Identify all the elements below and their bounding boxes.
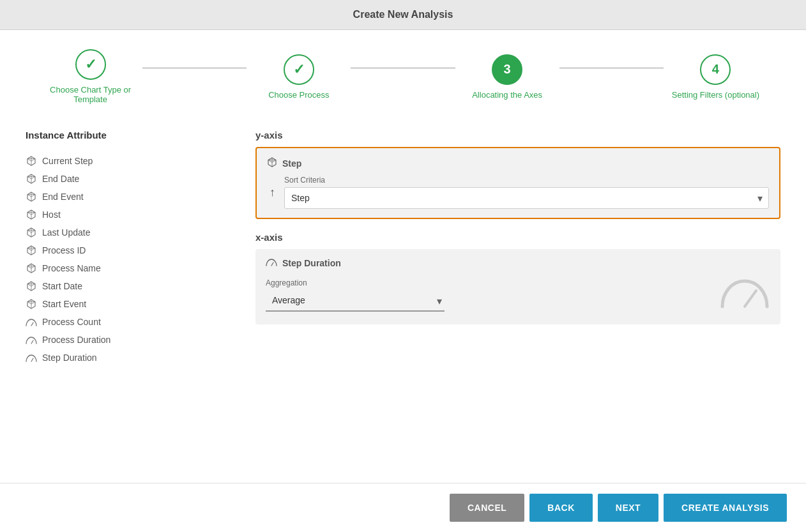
attr-current-step[interactable]: Current Step: [26, 152, 230, 170]
gauge-icon-1: [26, 316, 37, 328]
attr-process-count[interactable]: Process Count: [26, 313, 230, 331]
attr-start-event-label: Start Event: [42, 299, 86, 309]
attr-end-date[interactable]: End Date: [26, 170, 230, 188]
step-4: 4 Setting Filters (optional): [664, 54, 768, 100]
gauge-decorative-icon: [719, 275, 770, 315]
modal-title: Create New Analysis: [353, 9, 453, 20]
gauge-icon-2: [26, 334, 37, 346]
y-axis-card: Step ↑ Sort Criteria Step Name Co: [255, 147, 780, 219]
step-2-label: Choose Process: [268, 90, 329, 100]
aggregation-select[interactable]: Average Sum Min Max Count: [266, 290, 445, 312]
sort-select-wrapper: Step Name Count Duration: [284, 187, 769, 209]
attr-start-date[interactable]: Start Date: [26, 277, 230, 295]
attr-end-event[interactable]: End Event: [26, 188, 230, 206]
step-1-label: Choose Chart Type or Template: [38, 85, 142, 104]
connector-2-3: [351, 68, 455, 68]
step-2-circle: ✓: [284, 54, 314, 85]
modal-body: ✓ Choose Chart Type or Template ✓ Choose…: [0, 30, 806, 483]
sort-up-button[interactable]: ↑: [267, 183, 278, 202]
cancel-button[interactable]: CANCEL: [450, 494, 524, 522]
attr-process-duration-label: Process Duration: [42, 335, 110, 345]
attr-process-duration[interactable]: Process Duration: [26, 331, 230, 349]
agg-select-wrapper: Average Sum Min Max Count: [266, 290, 445, 312]
sort-row: ↑ Sort Criteria Step Name Count Duration: [267, 176, 769, 209]
next-button[interactable]: NEXT: [598, 494, 658, 522]
step-cube-icon: [267, 157, 277, 169]
attr-host[interactable]: Host: [26, 206, 230, 224]
connector-1-2: [142, 68, 247, 68]
cube-icon-2: [26, 173, 37, 185]
step-4-circle: 4: [700, 54, 731, 85]
cube-icon-5: [26, 227, 37, 238]
cube-icon-9: [26, 298, 37, 310]
attr-step-duration-label: Step Duration: [42, 353, 97, 363]
content-area: Instance Attribute Current Step: [0, 117, 806, 483]
x-axis-card-header: Step Duration: [266, 258, 770, 268]
x-axis-label: x-axis: [255, 232, 780, 243]
attr-process-name[interactable]: Process Name: [26, 259, 230, 277]
step-1-checkmark: ✓: [85, 56, 96, 73]
x-axis-section: x-axis Step Duration: [255, 232, 780, 324]
stepper: ✓ Choose Chart Type or Template ✓ Choose…: [0, 30, 806, 117]
attr-process-count-label: Process Count: [42, 317, 101, 327]
gauge-icon-3: [26, 352, 37, 363]
step-3: 3 Allocating the Axes: [455, 54, 559, 100]
attr-current-step-label: Current Step: [42, 156, 93, 166]
attr-start-event[interactable]: Start Event: [26, 295, 230, 313]
cube-icon-8: [26, 280, 37, 292]
step-3-label: Allocating the Axes: [472, 90, 542, 100]
y-axis-card-title: Step: [282, 158, 301, 169]
left-panel: Instance Attribute Current Step: [26, 130, 230, 470]
connector-3-4: [559, 68, 664, 68]
step-4-number: 4: [712, 62, 719, 77]
instance-attribute-title: Instance Attribute: [26, 130, 230, 141]
cube-icon-3: [26, 191, 37, 202]
step-2: ✓ Choose Process: [247, 54, 351, 100]
step-2-checkmark: ✓: [293, 61, 305, 78]
x-axis-content: Aggregation Average Sum Min Max Count: [266, 275, 770, 315]
x-axis-card: Step Duration Aggregation Average Sum Mi…: [255, 249, 780, 324]
attr-step-duration[interactable]: Step Duration: [26, 349, 230, 367]
attr-process-name-label: Process Name: [42, 263, 101, 273]
y-axis-card-header: Step: [267, 157, 769, 169]
attribute-list: Current Step End Date: [26, 152, 230, 367]
y-axis-section: y-axis Step: [255, 130, 780, 219]
attr-end-event-label: End Event: [42, 192, 84, 202]
step-3-number: 3: [504, 62, 511, 77]
right-panel: y-axis Step: [255, 130, 780, 470]
modal-footer: CANCEL BACK NEXT CREATE ANALYSIS: [0, 483, 806, 532]
attr-end-date-label: End Date: [42, 174, 79, 184]
cube-icon: [26, 155, 37, 167]
aggregation-label: Aggregation: [266, 278, 445, 287]
modal-header: Create New Analysis: [0, 0, 806, 30]
attr-start-date-label: Start Date: [42, 281, 82, 291]
x-axis-card-title: Step Duration: [282, 258, 341, 268]
attr-host-label: Host: [42, 209, 61, 220]
step-4-label: Setting Filters (optional): [672, 90, 759, 100]
back-button[interactable]: BACK: [529, 494, 592, 522]
create-analysis-button[interactable]: CREATE ANALYSIS: [664, 494, 787, 522]
sort-criteria-label: Sort Criteria: [284, 176, 769, 185]
cube-icon-4: [26, 209, 37, 220]
step-1: ✓ Choose Chart Type or Template: [38, 49, 142, 104]
cube-icon-7: [26, 262, 37, 274]
attr-last-update[interactable]: Last Update: [26, 224, 230, 241]
step-duration-gauge-icon: [266, 258, 277, 268]
aggregation-area: Aggregation Average Sum Min Max Count: [266, 278, 445, 312]
step-1-circle: ✓: [75, 49, 106, 80]
attr-last-update-label: Last Update: [42, 227, 91, 238]
step-3-circle: 3: [492, 54, 522, 85]
cube-icon-6: [26, 245, 37, 256]
attr-process-id[interactable]: Process ID: [26, 241, 230, 259]
sort-select-container: Sort Criteria Step Name Count Duration: [284, 176, 769, 209]
sort-select[interactable]: Step Name Count Duration: [284, 187, 769, 209]
y-axis-label: y-axis: [255, 130, 780, 141]
modal-container: Create New Analysis ✓ Choose Chart Type …: [0, 0, 806, 532]
attr-process-id-label: Process ID: [42, 245, 86, 255]
